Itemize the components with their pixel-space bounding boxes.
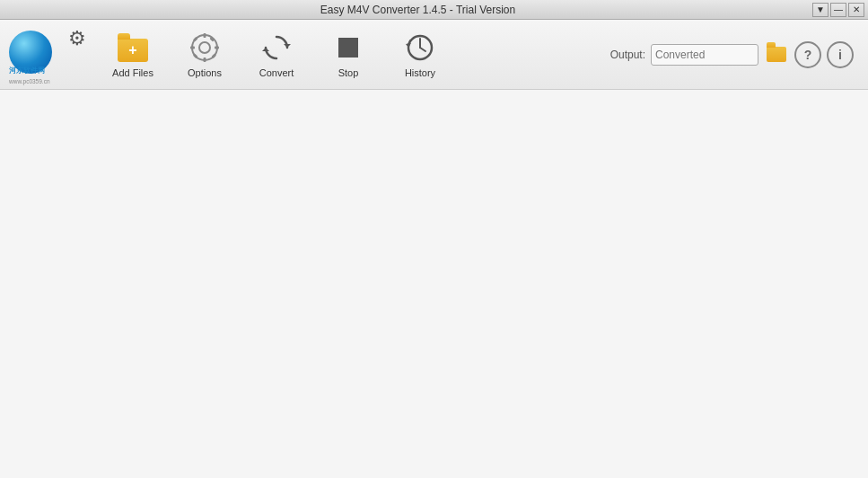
options-label: Options xyxy=(188,67,222,78)
output-input[interactable] xyxy=(651,44,758,66)
add-files-button[interactable]: + Add Files xyxy=(97,23,169,86)
title-bar: Easy M4V Converter 1.4.5 - Trial Version… xyxy=(0,0,868,20)
window-controls: ▼ — ✕ xyxy=(812,3,864,17)
window-title: Easy M4V Converter 1.4.5 - Trial Version xyxy=(23,4,812,16)
svg-marker-10 xyxy=(284,44,291,48)
browse-folder-button[interactable] xyxy=(764,42,789,67)
svg-marker-11 xyxy=(262,48,269,51)
output-label: Output: xyxy=(610,49,645,61)
svg-marker-15 xyxy=(406,43,411,48)
gear-icon: ⚙ xyxy=(68,27,86,50)
svg-line-14 xyxy=(420,48,425,51)
convert-icon xyxy=(260,31,293,64)
stop-icon xyxy=(332,31,364,64)
svg-rect-2 xyxy=(204,33,206,38)
logo-circle xyxy=(9,31,52,74)
convert-icon-svg xyxy=(260,31,293,64)
stop-label: Stop xyxy=(338,67,359,78)
svg-point-1 xyxy=(199,42,210,53)
folder-shape: + xyxy=(118,39,148,62)
watermark-text1: 河东软件网 xyxy=(9,66,45,75)
history-icon-svg xyxy=(404,31,436,64)
stop-square xyxy=(338,38,358,58)
app-logo: ⚙ 河东软件网 www.pc0359.cn xyxy=(2,23,88,86)
watermark-text2: www.pc0359.cn xyxy=(9,78,50,84)
plus-icon: + xyxy=(128,43,136,58)
add-files-label: Add Files xyxy=(112,67,153,78)
svg-rect-5 xyxy=(215,46,219,49)
history-button[interactable]: History xyxy=(384,23,456,86)
convert-label: Convert xyxy=(259,67,294,78)
options-icon-svg xyxy=(189,31,221,64)
history-label: History xyxy=(405,67,435,78)
close-btn[interactable]: ✕ xyxy=(848,3,864,17)
options-icon xyxy=(189,31,221,64)
options-button[interactable]: Options xyxy=(169,23,241,86)
minimize-btn[interactable]: — xyxy=(830,3,846,17)
add-files-icon: + xyxy=(117,31,149,64)
stop-button[interactable]: Stop xyxy=(312,23,384,86)
toolbar: ⚙ 河东软件网 www.pc0359.cn + Add Files xyxy=(0,20,868,90)
history-icon xyxy=(404,31,436,64)
svg-rect-3 xyxy=(204,58,206,62)
output-area: Output: ? i xyxy=(610,41,861,68)
help-button[interactable]: ? xyxy=(794,41,821,68)
convert-button[interactable]: Convert xyxy=(241,23,312,86)
svg-rect-8 xyxy=(209,36,215,41)
browse-folder-icon xyxy=(767,47,786,62)
info-button[interactable]: i xyxy=(827,41,854,68)
main-content xyxy=(0,90,868,478)
svg-rect-4 xyxy=(190,46,195,49)
dropdown-btn[interactable]: ▼ xyxy=(812,3,829,17)
